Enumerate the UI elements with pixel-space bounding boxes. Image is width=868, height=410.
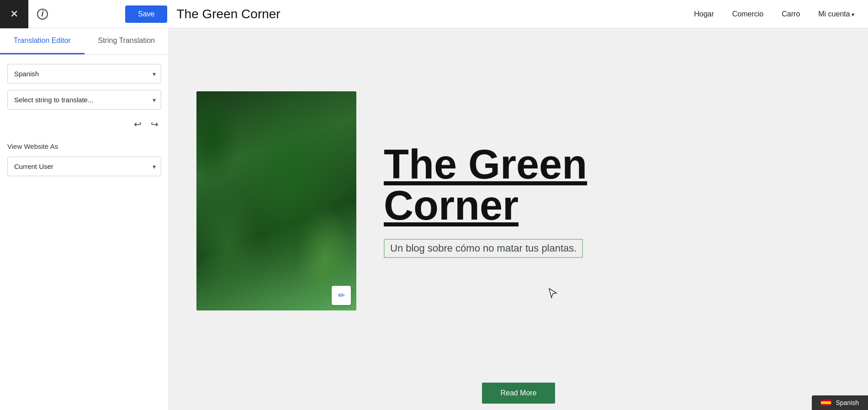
- hero-image: ✏: [196, 91, 356, 310]
- view-as-label: View Website As: [7, 142, 161, 150]
- info-button[interactable]: i: [28, 0, 57, 28]
- close-icon: ✕: [10, 8, 18, 20]
- hero-title: The Green Corner: [384, 144, 850, 226]
- redo-button[interactable]: ↪: [148, 117, 161, 131]
- language-label: Spanish: [836, 399, 859, 406]
- tab-string-translation[interactable]: String Translation: [85, 28, 169, 54]
- hero-subtitle: Un blog sobre cómo no matar tus plantas.: [384, 239, 583, 258]
- sidebar: Translation Editor String Translation Sp…: [0, 28, 169, 410]
- site-title: The Green Corner: [176, 7, 694, 21]
- hero-title-line1: The Green: [384, 142, 587, 187]
- bottom-content: Read More: [169, 373, 868, 410]
- string-select-wrapper: Select string to translate... ▾: [7, 90, 161, 110]
- close-button[interactable]: ✕: [0, 0, 28, 28]
- language-select[interactable]: Spanish French German Italian: [7, 64, 161, 84]
- read-more-button[interactable]: Read More: [482, 383, 555, 404]
- save-button[interactable]: Save: [125, 5, 167, 23]
- tab-translation-editor[interactable]: Translation Editor: [0, 28, 85, 54]
- hero-text: The Green Corner Un blog sobre cómo no m…: [384, 144, 850, 258]
- view-as-select[interactable]: Current User Guest Admin: [7, 157, 161, 176]
- nav-links: Hogar Comercio Carro Mi cuenta: [694, 10, 854, 18]
- top-bar: ✕ i Save The Green Corner Hogar Comercio…: [0, 0, 868, 28]
- spain-flag-icon: [821, 399, 831, 406]
- preview-inner: ✏ The Green Corner Un blog sobre cómo no…: [169, 28, 868, 410]
- string-select[interactable]: Select string to translate...: [7, 90, 161, 110]
- sidebar-tabs: Translation Editor String Translation: [0, 28, 169, 55]
- undo-button[interactable]: ↩: [131, 117, 144, 131]
- pencil-icon: ✏: [338, 290, 345, 300]
- language-select-wrapper: Spanish French German Italian ▾: [7, 64, 161, 84]
- nav-mi-cuenta[interactable]: Mi cuenta: [818, 10, 854, 18]
- nav-comercio[interactable]: Comercio: [732, 10, 763, 18]
- nav-carro[interactable]: Carro: [782, 10, 800, 18]
- preview-area: ✏ The Green Corner Un blog sobre cómo no…: [169, 28, 868, 410]
- hero-section: ✏ The Green Corner Un blog sobre cómo no…: [169, 28, 868, 373]
- view-as-select-wrapper: Current User Guest Admin ▾: [7, 157, 161, 176]
- nav-hogar[interactable]: Hogar: [694, 10, 714, 18]
- undo-redo-toolbar: ↩ ↪: [7, 117, 161, 131]
- hero-title-line2: Corner: [384, 183, 519, 228]
- main-layout: Translation Editor String Translation Sp…: [0, 28, 868, 410]
- info-icon: i: [37, 9, 48, 20]
- sidebar-content: Spanish French German Italian ▾ Select s…: [0, 55, 169, 185]
- edit-button[interactable]: ✏: [332, 286, 351, 305]
- bottom-language-bar[interactable]: Spanish: [812, 395, 868, 410]
